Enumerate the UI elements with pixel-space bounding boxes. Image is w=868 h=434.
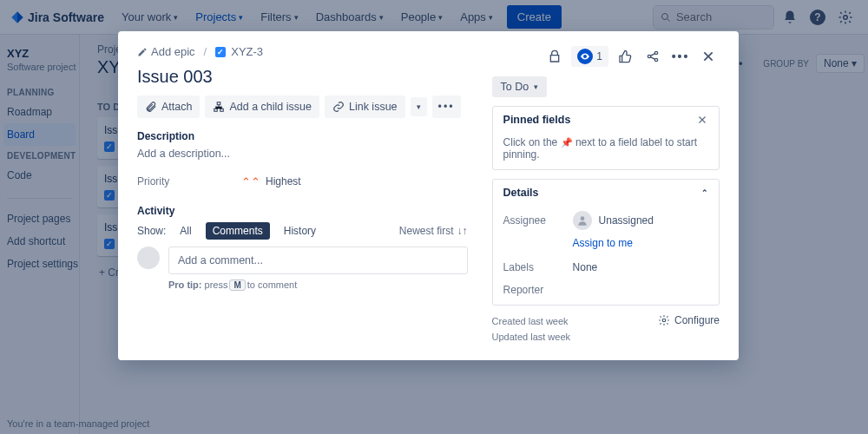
sort-newest-first[interactable]: Newest first ↓↑	[399, 225, 468, 237]
close-button[interactable]	[697, 45, 720, 68]
svg-rect-4	[214, 108, 218, 111]
labels-value[interactable]: None	[573, 261, 598, 273]
attach-button[interactable]: Attach	[137, 95, 200, 118]
pinned-fields-panel: Pinned fields Click on the 📌 next to a f…	[492, 106, 720, 170]
show-label: Show:	[137, 225, 166, 237]
svg-rect-5	[220, 108, 224, 111]
assign-to-me-link[interactable]: Assign to me	[493, 235, 719, 256]
task-icon	[215, 47, 226, 57]
add-epic-button[interactable]: Add epic	[137, 45, 195, 58]
lock-icon[interactable]	[543, 45, 566, 68]
sort-icon: ↓↑	[457, 225, 468, 237]
link-icon	[332, 101, 345, 113]
more-actions-button[interactable]: •••	[432, 95, 461, 118]
comment-input[interactable]: Add a comment...	[168, 247, 468, 274]
eye-icon	[577, 49, 593, 64]
description-heading: Description	[137, 130, 468, 142]
svg-point-9	[580, 216, 584, 220]
issue-dates: Created last week Updated last week	[492, 314, 571, 345]
priority-highest-icon: ⌃⌃	[241, 176, 260, 187]
tab-comments[interactable]: Comments	[206, 222, 270, 240]
chevron-down-icon: ▾	[417, 102, 421, 111]
issue-title[interactable]: Issue 003	[137, 67, 468, 87]
add-child-button[interactable]: Add a child issue	[205, 95, 319, 118]
chevron-down-icon: ▾	[534, 82, 538, 91]
reporter-label: Reporter	[503, 284, 573, 296]
attach-icon	[145, 101, 157, 113]
vote-icon[interactable]	[614, 45, 636, 68]
watch-button[interactable]: 1	[571, 46, 608, 67]
tab-history[interactable]: History	[277, 222, 323, 240]
tab-all[interactable]: All	[173, 222, 198, 240]
issue-modal: Add epic / XYZ-3 Issue 003 Attach Add a …	[118, 31, 739, 360]
gear-icon	[658, 314, 670, 326]
priority-label: Priority	[137, 175, 189, 187]
pinned-fields-body: Click on the 📌 next to a field label to …	[493, 133, 719, 169]
pencil-icon	[137, 47, 148, 57]
configure-button[interactable]: Configure	[658, 314, 720, 326]
pro-tip: Pro tip: pressMto comment	[168, 279, 468, 291]
pin-icon: 📌	[561, 137, 573, 148]
dismiss-pinned-icon[interactable]	[696, 114, 708, 126]
details-panel: Details ⌃ Assignee Unassigned Assign to …	[492, 179, 720, 306]
share-icon[interactable]	[641, 45, 664, 68]
activity-heading: Activity	[137, 205, 468, 217]
tree-icon	[213, 101, 225, 113]
issue-key[interactable]: XYZ-3	[215, 45, 263, 58]
link-issue-button[interactable]: Link issue	[325, 95, 405, 118]
assignee-value[interactable]: Unassigned	[573, 211, 654, 230]
chevron-up-icon: ⌃	[701, 188, 708, 197]
user-avatar	[137, 247, 160, 269]
status-dropdown[interactable]: To Do▾	[492, 76, 548, 97]
more-icon: •••	[438, 101, 455, 113]
labels-label: Labels	[503, 261, 573, 273]
unassigned-avatar-icon	[573, 211, 592, 230]
pinned-fields-heading: Pinned fields	[503, 114, 571, 126]
details-toggle[interactable]: Details ⌃	[493, 180, 719, 206]
svg-rect-3	[218, 102, 221, 105]
description-field[interactable]: Add a description...	[137, 148, 468, 160]
more-icon[interactable]: •••	[669, 45, 692, 68]
link-dropdown-button[interactable]: ▾	[411, 97, 427, 116]
priority-value[interactable]: ⌃⌃ Highest	[241, 175, 301, 187]
assignee-label: Assignee	[503, 214, 573, 227]
close-icon	[701, 49, 715, 63]
svg-point-10	[662, 319, 666, 322]
